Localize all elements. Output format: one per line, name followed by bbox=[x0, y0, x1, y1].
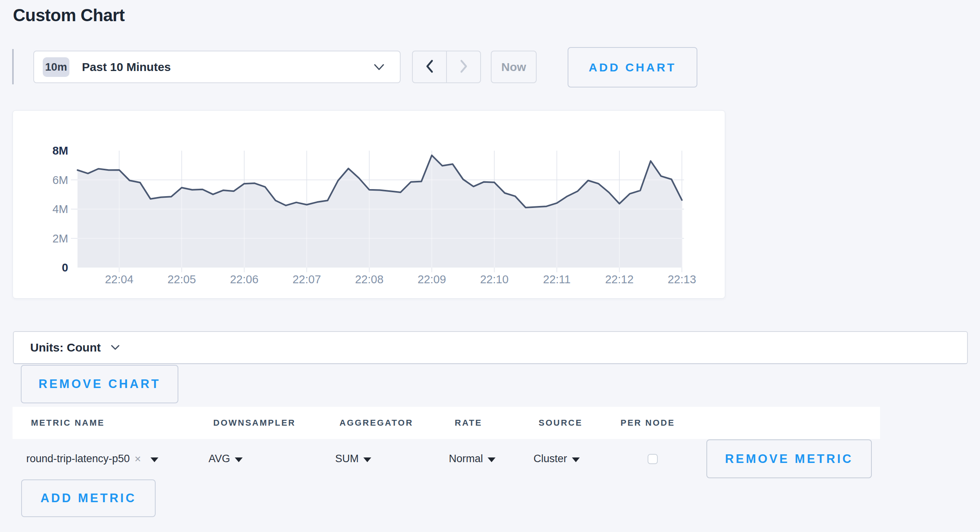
add-chart-button[interactable]: ADD CHART bbox=[568, 47, 697, 87]
x-axis-label: 22:13 bbox=[668, 273, 696, 286]
y-axis-label: 0 bbox=[62, 261, 68, 274]
column-header-aggregator: AGGREGATOR bbox=[339, 407, 413, 439]
downsampler-value: AVG bbox=[209, 453, 230, 465]
time-step-controls bbox=[412, 51, 481, 83]
remove-chart-button[interactable]: REMOVE CHART bbox=[21, 365, 178, 403]
add-metric-button[interactable]: ADD METRIC bbox=[21, 479, 156, 517]
y-axis-label: 4M bbox=[53, 203, 68, 215]
downsampler-select[interactable]: AVG bbox=[209, 439, 243, 478]
per-node-checkbox[interactable] bbox=[648, 454, 658, 464]
aggregator-value: SUM bbox=[335, 453, 359, 465]
time-series-chart[interactable]: 8M6M4M2M022:0422:0522:0622:0722:0822:092… bbox=[13, 111, 725, 300]
y-axis-label: 2M bbox=[53, 232, 68, 245]
now-button[interactable]: Now bbox=[491, 51, 537, 83]
column-header-rate: RATE bbox=[455, 407, 482, 439]
time-window-badge: 10m bbox=[43, 57, 69, 77]
x-axis-label: 22:12 bbox=[605, 273, 634, 286]
x-axis-label: 22:11 bbox=[543, 273, 570, 286]
step-forward-button[interactable] bbox=[446, 51, 481, 83]
source-value: Cluster bbox=[534, 453, 567, 465]
metric-table-header: METRIC NAME DOWNSAMPLER AGGREGATOR RATE … bbox=[13, 407, 880, 439]
column-header-source: SOURCE bbox=[539, 407, 583, 439]
source-select[interactable]: Cluster bbox=[534, 439, 580, 478]
remove-metric-button[interactable]: REMOVE METRIC bbox=[706, 439, 872, 478]
aggregator-select[interactable]: SUM bbox=[335, 439, 371, 478]
rate-select[interactable]: Normal bbox=[449, 439, 495, 478]
chevron-right-icon bbox=[459, 59, 468, 75]
x-axis-label: 22:09 bbox=[417, 273, 446, 286]
column-header-downsampler: DOWNSAMPLER bbox=[213, 407, 296, 439]
caret-down-icon bbox=[151, 457, 158, 462]
time-series-chart-card: 8M6M4M2M022:0422:0522:0622:0722:0822:092… bbox=[13, 110, 725, 299]
y-axis-label: 8M bbox=[53, 144, 68, 157]
metric-name-select[interactable]: round-trip-latency-p50 × bbox=[26, 439, 158, 478]
units-dropdown[interactable]: Units: Count bbox=[13, 331, 968, 364]
x-axis-label: 22:08 bbox=[355, 273, 384, 286]
caret-down-icon bbox=[363, 457, 371, 462]
step-back-button[interactable] bbox=[412, 51, 446, 83]
metric-name-value: round-trip-latency-p50 bbox=[26, 453, 130, 465]
time-window-label: Past 10 Minutes bbox=[82, 60, 171, 74]
series-area bbox=[78, 155, 682, 268]
toolbar-accent-divider bbox=[12, 49, 14, 84]
chevron-left-icon bbox=[425, 59, 434, 75]
x-axis-label: 22:06 bbox=[230, 273, 259, 286]
clear-metric-icon[interactable]: × bbox=[134, 453, 141, 465]
x-axis-label: 22:10 bbox=[480, 273, 509, 286]
page-title: Custom Chart bbox=[13, 5, 125, 25]
units-dropdown-label: Units: Count bbox=[30, 341, 101, 354]
rate-value: Normal bbox=[449, 453, 483, 465]
caret-down-icon bbox=[235, 457, 243, 462]
column-header-per-node: PER NODE bbox=[621, 407, 675, 439]
caret-down-icon bbox=[572, 457, 580, 462]
y-axis-label: 6M bbox=[53, 174, 68, 186]
x-axis-label: 22:07 bbox=[292, 273, 321, 286]
caret-down-icon bbox=[488, 457, 495, 462]
x-axis-label: 22:05 bbox=[167, 273, 196, 286]
chevron-down-icon bbox=[374, 64, 384, 72]
chevron-down-icon bbox=[111, 345, 120, 352]
time-window-dropdown[interactable]: 10m Past 10 Minutes bbox=[33, 51, 401, 83]
column-header-metric-name: METRIC NAME bbox=[31, 407, 105, 439]
x-axis-label: 22:04 bbox=[105, 273, 134, 286]
